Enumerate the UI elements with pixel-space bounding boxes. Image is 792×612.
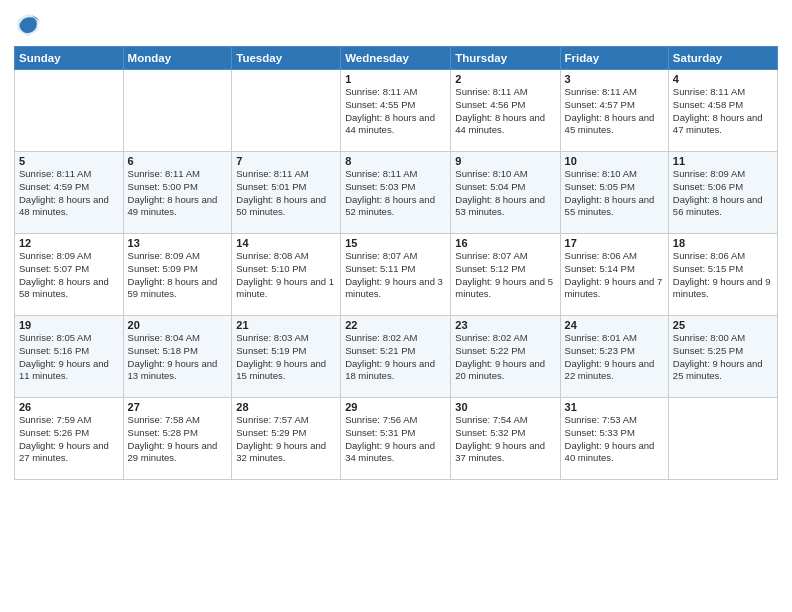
calendar-cell: 10Sunrise: 8:10 AM Sunset: 5:05 PM Dayli… (560, 152, 668, 234)
calendar-cell: 11Sunrise: 8:09 AM Sunset: 5:06 PM Dayli… (668, 152, 777, 234)
calendar-cell: 22Sunrise: 8:02 AM Sunset: 5:21 PM Dayli… (341, 316, 451, 398)
day-number: 6 (128, 155, 228, 167)
day-info: Sunrise: 7:54 AM Sunset: 5:32 PM Dayligh… (455, 414, 555, 465)
day-number: 26 (19, 401, 119, 413)
calendar-cell (668, 398, 777, 480)
calendar-cell (15, 70, 124, 152)
day-info: Sunrise: 7:59 AM Sunset: 5:26 PM Dayligh… (19, 414, 119, 465)
day-number: 18 (673, 237, 773, 249)
day-info: Sunrise: 8:11 AM Sunset: 4:58 PM Dayligh… (673, 86, 773, 137)
calendar-cell: 27Sunrise: 7:58 AM Sunset: 5:28 PM Dayli… (123, 398, 232, 480)
day-number: 8 (345, 155, 446, 167)
calendar-cell (232, 70, 341, 152)
calendar-cell: 4Sunrise: 8:11 AM Sunset: 4:58 PM Daylig… (668, 70, 777, 152)
calendar-cell: 6Sunrise: 8:11 AM Sunset: 5:00 PM Daylig… (123, 152, 232, 234)
calendar-week-row: 1Sunrise: 8:11 AM Sunset: 4:55 PM Daylig… (15, 70, 778, 152)
calendar-cell: 20Sunrise: 8:04 AM Sunset: 5:18 PM Dayli… (123, 316, 232, 398)
day-info: Sunrise: 8:03 AM Sunset: 5:19 PM Dayligh… (236, 332, 336, 383)
day-number: 25 (673, 319, 773, 331)
day-number: 23 (455, 319, 555, 331)
day-number: 21 (236, 319, 336, 331)
day-number: 30 (455, 401, 555, 413)
day-number: 14 (236, 237, 336, 249)
col-header-thursday: Thursday (451, 47, 560, 70)
day-info: Sunrise: 8:11 AM Sunset: 4:57 PM Dayligh… (565, 86, 664, 137)
day-number: 11 (673, 155, 773, 167)
logo-icon (14, 10, 42, 38)
day-number: 19 (19, 319, 119, 331)
day-info: Sunrise: 8:09 AM Sunset: 5:06 PM Dayligh… (673, 168, 773, 219)
day-number: 7 (236, 155, 336, 167)
day-info: Sunrise: 8:04 AM Sunset: 5:18 PM Dayligh… (128, 332, 228, 383)
calendar-cell: 23Sunrise: 8:02 AM Sunset: 5:22 PM Dayli… (451, 316, 560, 398)
day-info: Sunrise: 8:11 AM Sunset: 5:03 PM Dayligh… (345, 168, 446, 219)
day-info: Sunrise: 8:06 AM Sunset: 5:15 PM Dayligh… (673, 250, 773, 301)
day-number: 22 (345, 319, 446, 331)
calendar-cell: 31Sunrise: 7:53 AM Sunset: 5:33 PM Dayli… (560, 398, 668, 480)
calendar-cell: 18Sunrise: 8:06 AM Sunset: 5:15 PM Dayli… (668, 234, 777, 316)
calendar-cell: 9Sunrise: 8:10 AM Sunset: 5:04 PM Daylig… (451, 152, 560, 234)
day-number: 24 (565, 319, 664, 331)
day-info: Sunrise: 7:58 AM Sunset: 5:28 PM Dayligh… (128, 414, 228, 465)
col-header-monday: Monday (123, 47, 232, 70)
col-header-friday: Friday (560, 47, 668, 70)
day-number: 12 (19, 237, 119, 249)
day-info: Sunrise: 8:11 AM Sunset: 4:55 PM Dayligh… (345, 86, 446, 137)
day-number: 13 (128, 237, 228, 249)
calendar-cell: 5Sunrise: 8:11 AM Sunset: 4:59 PM Daylig… (15, 152, 124, 234)
day-info: Sunrise: 8:00 AM Sunset: 5:25 PM Dayligh… (673, 332, 773, 383)
col-header-saturday: Saturday (668, 47, 777, 70)
day-number: 10 (565, 155, 664, 167)
day-number: 29 (345, 401, 446, 413)
calendar-week-row: 5Sunrise: 8:11 AM Sunset: 4:59 PM Daylig… (15, 152, 778, 234)
calendar-cell: 1Sunrise: 8:11 AM Sunset: 4:55 PM Daylig… (341, 70, 451, 152)
day-info: Sunrise: 8:09 AM Sunset: 5:07 PM Dayligh… (19, 250, 119, 301)
day-info: Sunrise: 8:09 AM Sunset: 5:09 PM Dayligh… (128, 250, 228, 301)
calendar-cell: 8Sunrise: 8:11 AM Sunset: 5:03 PM Daylig… (341, 152, 451, 234)
calendar-header-row: SundayMondayTuesdayWednesdayThursdayFrid… (15, 47, 778, 70)
day-info: Sunrise: 8:10 AM Sunset: 5:05 PM Dayligh… (565, 168, 664, 219)
calendar-cell: 13Sunrise: 8:09 AM Sunset: 5:09 PM Dayli… (123, 234, 232, 316)
day-number: 2 (455, 73, 555, 85)
calendar-cell: 25Sunrise: 8:00 AM Sunset: 5:25 PM Dayli… (668, 316, 777, 398)
calendar-cell: 17Sunrise: 8:06 AM Sunset: 5:14 PM Dayli… (560, 234, 668, 316)
day-info: Sunrise: 8:07 AM Sunset: 5:11 PM Dayligh… (345, 250, 446, 301)
calendar-cell: 14Sunrise: 8:08 AM Sunset: 5:10 PM Dayli… (232, 234, 341, 316)
page-header (14, 10, 778, 38)
day-info: Sunrise: 7:56 AM Sunset: 5:31 PM Dayligh… (345, 414, 446, 465)
day-info: Sunrise: 8:11 AM Sunset: 4:56 PM Dayligh… (455, 86, 555, 137)
day-info: Sunrise: 8:02 AM Sunset: 5:22 PM Dayligh… (455, 332, 555, 383)
col-header-tuesday: Tuesday (232, 47, 341, 70)
day-info: Sunrise: 8:10 AM Sunset: 5:04 PM Dayligh… (455, 168, 555, 219)
day-info: Sunrise: 8:11 AM Sunset: 5:01 PM Dayligh… (236, 168, 336, 219)
day-number: 3 (565, 73, 664, 85)
calendar-cell: 29Sunrise: 7:56 AM Sunset: 5:31 PM Dayli… (341, 398, 451, 480)
day-number: 31 (565, 401, 664, 413)
day-number: 4 (673, 73, 773, 85)
day-info: Sunrise: 8:02 AM Sunset: 5:21 PM Dayligh… (345, 332, 446, 383)
calendar-cell: 19Sunrise: 8:05 AM Sunset: 5:16 PM Dayli… (15, 316, 124, 398)
day-number: 9 (455, 155, 555, 167)
calendar-cell: 24Sunrise: 8:01 AM Sunset: 5:23 PM Dayli… (560, 316, 668, 398)
day-info: Sunrise: 8:11 AM Sunset: 4:59 PM Dayligh… (19, 168, 119, 219)
calendar-cell: 12Sunrise: 8:09 AM Sunset: 5:07 PM Dayli… (15, 234, 124, 316)
day-info: Sunrise: 8:07 AM Sunset: 5:12 PM Dayligh… (455, 250, 555, 301)
day-number: 17 (565, 237, 664, 249)
day-info: Sunrise: 8:06 AM Sunset: 5:14 PM Dayligh… (565, 250, 664, 301)
day-number: 20 (128, 319, 228, 331)
calendar-cell: 7Sunrise: 8:11 AM Sunset: 5:01 PM Daylig… (232, 152, 341, 234)
day-info: Sunrise: 7:53 AM Sunset: 5:33 PM Dayligh… (565, 414, 664, 465)
calendar-table: SundayMondayTuesdayWednesdayThursdayFrid… (14, 46, 778, 480)
day-info: Sunrise: 7:57 AM Sunset: 5:29 PM Dayligh… (236, 414, 336, 465)
calendar-cell: 2Sunrise: 8:11 AM Sunset: 4:56 PM Daylig… (451, 70, 560, 152)
calendar-cell: 26Sunrise: 7:59 AM Sunset: 5:26 PM Dayli… (15, 398, 124, 480)
calendar-cell: 28Sunrise: 7:57 AM Sunset: 5:29 PM Dayli… (232, 398, 341, 480)
col-header-sunday: Sunday (15, 47, 124, 70)
day-number: 15 (345, 237, 446, 249)
day-info: Sunrise: 8:05 AM Sunset: 5:16 PM Dayligh… (19, 332, 119, 383)
calendar-cell: 16Sunrise: 8:07 AM Sunset: 5:12 PM Dayli… (451, 234, 560, 316)
logo (14, 10, 46, 38)
day-info: Sunrise: 8:01 AM Sunset: 5:23 PM Dayligh… (565, 332, 664, 383)
day-info: Sunrise: 8:08 AM Sunset: 5:10 PM Dayligh… (236, 250, 336, 301)
day-number: 1 (345, 73, 446, 85)
